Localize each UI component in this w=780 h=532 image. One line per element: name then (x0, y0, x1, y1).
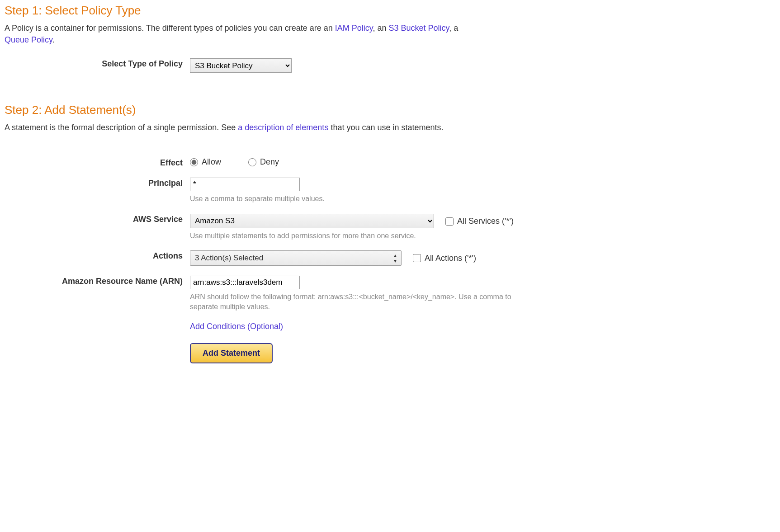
select-actions-value: 3 Action(s) Selected (195, 254, 263, 262)
label-actions: Actions (5, 250, 190, 261)
checkbox-all-services-wrap[interactable]: All Services ('*') (445, 217, 514, 226)
input-principal[interactable] (190, 178, 300, 191)
step1-description: A Policy is a container for permissions.… (5, 22, 775, 46)
radio-deny[interactable] (248, 158, 256, 166)
checkbox-all-actions-label: All Actions ('*') (425, 254, 476, 263)
checkbox-all-actions-wrap[interactable]: All Actions ('*') (413, 254, 476, 263)
select-policy-type[interactable]: S3 Bucket Policy (190, 58, 292, 73)
select-arrows-icon: ▴▾ (394, 253, 397, 264)
checkbox-all-services-label: All Services ('*') (457, 217, 514, 226)
add-statement-button[interactable]: Add Statement (190, 343, 273, 363)
step1-desc-sep1: , an (373, 24, 388, 33)
step1-desc-end: . (52, 35, 55, 44)
label-arn: Amazon Resource Name (ARN) (5, 276, 190, 286)
hint-principal: Use a comma to separate multiple values. (190, 194, 775, 204)
step2-desc-pre: A statement is the formal description of… (5, 123, 238, 132)
link-iam-policy[interactable]: IAM Policy (335, 24, 373, 33)
step1-desc-sep2: , a (449, 24, 458, 33)
hint-arn: ARN should follow the following format: … (190, 292, 525, 311)
link-description-of-elements[interactable]: a description of elements (238, 123, 328, 132)
step2-description: A statement is the formal description of… (5, 122, 775, 133)
step1-desc-text: A Policy is a container for permissions.… (5, 24, 335, 33)
select-aws-service[interactable]: Amazon S3 (190, 214, 434, 228)
input-arn[interactable] (190, 276, 300, 289)
label-aws-service: AWS Service (5, 214, 190, 224)
checkbox-all-services[interactable] (445, 217, 454, 226)
label-select-policy-type: Select Type of Policy (5, 58, 190, 69)
step2-desc-post: that you can use in statements. (328, 123, 443, 132)
select-actions[interactable]: 3 Action(s) Selected ▴▾ (190, 250, 402, 266)
checkbox-all-actions[interactable] (413, 254, 421, 262)
radio-deny-label: Deny (260, 157, 279, 167)
link-queue-policy[interactable]: Queue Policy (5, 35, 52, 44)
label-effect: Effect (5, 157, 190, 168)
link-add-conditions[interactable]: Add Conditions (Optional) (190, 322, 283, 331)
radio-option-deny[interactable]: Deny (248, 157, 279, 167)
hint-aws-service: Use multiple statements to add permissio… (190, 231, 775, 241)
radio-option-allow[interactable]: Allow (190, 157, 221, 167)
link-s3-bucket-policy[interactable]: S3 Bucket Policy (388, 24, 449, 33)
step2-heading: Step 2: Add Statement(s) (5, 103, 775, 117)
step1-heading: Step 1: Select Policy Type (5, 4, 775, 18)
label-principal: Principal (5, 178, 190, 188)
radio-allow-label: Allow (202, 157, 221, 167)
radio-allow[interactable] (190, 158, 198, 166)
